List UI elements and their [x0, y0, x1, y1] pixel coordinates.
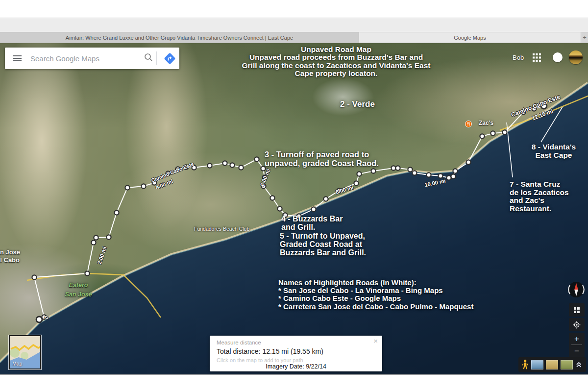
- label-zacs: Zac's: [479, 120, 493, 126]
- search-divider: [156, 51, 157, 65]
- map-annotation-4-buzzards-bar: 4 - Buzzards Bar and Grill.: [281, 215, 343, 231]
- close-icon[interactable]: ×: [373, 337, 378, 345]
- zoom-control: + −: [569, 333, 585, 357]
- measurement-waypoint[interactable]: [451, 174, 455, 178]
- zoom-out-button[interactable]: −: [569, 345, 585, 357]
- measurement-waypoint[interactable]: [207, 163, 212, 168]
- browser-toolbar: ‹ › www.google.com/maps/@23.0741779,-109…: [0, 18, 588, 32]
- map-annotation-8-vidantas-east-cape: 8 - Vidanta's East Cape: [526, 143, 581, 159]
- map-mode-toggle[interactable]: Map: [9, 335, 41, 369]
- measurement-waypoint[interactable]: [502, 130, 507, 134]
- measurement-waypoint[interactable]: [114, 210, 119, 215]
- label-fundadores-beach-club: Fundadores Beach Club: [194, 226, 249, 232]
- measurement-waypoint[interactable]: [125, 185, 129, 190]
- measurement-waypoint[interactable]: [85, 271, 89, 275]
- directions-button[interactable]: [160, 48, 179, 69]
- measurement-waypoint[interactable]: [412, 171, 416, 175]
- screenshot-root: ‹ › www.google.com/maps/@23.0741779,-109…: [0, 0, 588, 392]
- map-toggle-label: Map: [12, 361, 22, 367]
- measurement-waypoint[interactable]: [466, 160, 470, 164]
- grid-icon: [573, 307, 580, 314]
- measurement-waypoint[interactable]: [141, 184, 146, 188]
- measurement-waypoint[interactable]: [480, 134, 484, 138]
- measurement-waypoint[interactable]: [323, 196, 328, 201]
- my-location-icon: [573, 321, 581, 329]
- measurement-waypoint[interactable]: [391, 166, 395, 170]
- measurement-waypoint[interactable]: [453, 169, 457, 173]
- pegman-icon[interactable]: [522, 359, 529, 370]
- label-san-jose-del-cabo: San Jose del Cabo: [0, 248, 20, 264]
- collapse-chevron-icon[interactable]: [575, 361, 583, 368]
- measurement-waypoint[interactable]: [277, 206, 282, 211]
- measurement-waypoint[interactable]: [438, 173, 442, 178]
- tab-google-maps-label: Google Maps: [454, 35, 486, 41]
- measurement-waypoint[interactable]: [270, 196, 274, 200]
- search-input[interactable]: [29, 54, 144, 63]
- measure-distance-dialog: Measure distance Total distance: 12.15 m…: [210, 336, 382, 371]
- notifications-button[interactable]: [553, 52, 563, 62]
- measurement-waypoint[interactable]: [239, 165, 243, 170]
- tab-aimfair[interactable]: Aimfair: Where Grand Luxxe and Other Gru…: [0, 32, 359, 43]
- measurement-waypoint[interactable]: [426, 172, 431, 177]
- measurement-waypoint[interactable]: [371, 169, 375, 173]
- map-overlay-svg: [0, 43, 588, 374]
- measurement-waypoint[interactable]: [357, 172, 361, 176]
- account-avatar[interactable]: [569, 50, 583, 64]
- label-estero-san-jose: Estero San José: [58, 281, 99, 299]
- measurement-waypoint[interactable]: [222, 161, 227, 165]
- imagery-grid-button[interactable]: [569, 303, 585, 317]
- apps-grid-button[interactable]: [533, 53, 541, 64]
- search-card: [5, 48, 179, 69]
- map-annotation-3-turnoff-paved: 3 - Turnoff of paved road to unpaved, gr…: [265, 150, 379, 168]
- measurement-waypoint[interactable]: [254, 157, 259, 161]
- new-tab-button[interactable]: +: [581, 32, 588, 43]
- compass-control[interactable]: [566, 279, 587, 302]
- my-location-button[interactable]: [569, 318, 585, 331]
- imagery-bar: [518, 357, 586, 372]
- map-viewport[interactable]: Unpaved Road Map Unpaved road proceeds f…: [0, 43, 588, 374]
- measurement-waypoint[interactable]: [91, 240, 96, 245]
- measurement-waypoint[interactable]: [36, 317, 42, 322]
- tab-aimfair-label: Aimfair: Where Grand Luxxe and Other Gru…: [66, 35, 293, 41]
- account-name: Bob: [513, 54, 524, 61]
- search-icon[interactable]: [144, 52, 153, 64]
- imagery-thumb-1[interactable]: [531, 360, 543, 369]
- zoom-in-button[interactable]: +: [569, 333, 585, 344]
- measurement-waypoint[interactable]: [446, 175, 451, 180]
- imagery-thumb-3[interactable]: [561, 360, 573, 369]
- measurement-waypoint[interactable]: [408, 167, 412, 172]
- measurement-waypoint[interactable]: [32, 275, 36, 279]
- map-annotation-2-verde: 2 - Verde: [340, 100, 375, 109]
- dialog-title: Measure distance: [217, 340, 375, 345]
- tab-bar: Aimfair: Where Grand Luxxe and Other Gru…: [0, 32, 588, 43]
- measurement-waypoint[interactable]: [311, 207, 316, 211]
- total-distance: Total distance: 12.15 mi (19.55 km): [217, 347, 375, 355]
- imagery-date: Imagery Date: 9/22/14: [210, 363, 382, 370]
- apps-grid-icon: [533, 53, 541, 62]
- dialog-hint: Click on the map to add to your path: [217, 357, 375, 363]
- roads-list-annotation: Names of Highlighted Roads (In White): *…: [278, 279, 473, 311]
- menu-icon[interactable]: [13, 55, 22, 61]
- measurement-waypoint[interactable]: [106, 235, 111, 239]
- map-annotation-7-santa-cruz: 7 - Santa Cruz de los Zacaticos and Zac'…: [510, 180, 569, 213]
- measurement-waypoint[interactable]: [354, 181, 358, 185]
- measurement-waypoint[interactable]: [94, 235, 98, 240]
- window-bottom-edge: [0, 374, 588, 375]
- tab-google-maps[interactable]: Google Maps: [359, 32, 581, 43]
- map-annotation-5-turnoff-unpaved: 5 - Turnoff to Unpaved, Graded Coast Roa…: [280, 232, 366, 257]
- map-title-annotation: Unpaved Road Map Unpaved road proceeds f…: [221, 46, 451, 77]
- measurement-waypoint[interactable]: [490, 131, 495, 135]
- measurement-waypoint[interactable]: [230, 163, 234, 167]
- measurement-waypoint[interactable]: [395, 166, 400, 170]
- imagery-thumb-2[interactable]: [546, 360, 558, 369]
- restaurant-poi-icon[interactable]: [465, 121, 472, 127]
